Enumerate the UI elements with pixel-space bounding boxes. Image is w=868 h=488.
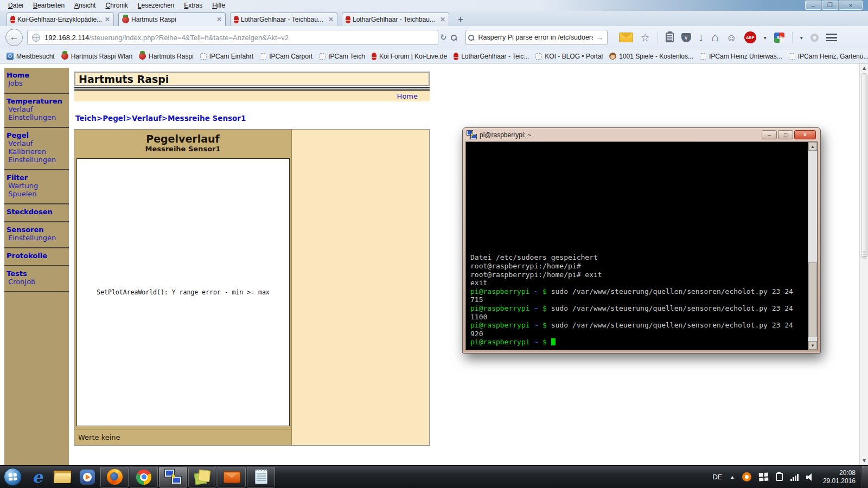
adblock-plus-icon[interactable]: ABP [744,31,756,43]
forum-smiley-icon[interactable]: ☺ [726,33,736,43]
tab-close-icon[interactable]: ✕ [440,16,445,23]
sidebar-link-filter[interactable]: Filter [7,174,67,182]
tab-close-icon[interactable]: ✕ [328,16,334,23]
show-desktop-button[interactable] [861,466,868,488]
sidebar-link-tests[interactable]: Tests [7,269,67,278]
sidebar-link-home[interactable]: Home [7,71,67,79]
bookmark-item[interactable]: Koi Forum | Koi-Live.de [368,53,450,60]
menu-bearbeiten[interactable]: Bearbeiten [28,1,69,10]
taskbar-button-sticky-notes[interactable] [188,467,216,487]
s3-caret-icon[interactable]: ▾ [800,35,803,41]
minimize-button[interactable]: – [805,1,821,10]
search-go-icon[interactable]: → [593,33,607,42]
menu-hilfe[interactable]: Hilfe [207,1,230,10]
tab-3[interactable]: LotharGehlhaar - Teichbau...✕ [230,12,337,26]
sidebar-link-cronjob[interactable]: CronJob [7,278,67,286]
bookmark-item[interactable]: IPCam Heinz, Gartenü... [786,53,868,60]
avira-tray-icon[interactable] [742,472,751,481]
tab-4[interactable]: LotharGehlhaar - Teichbau...✕ [342,12,449,26]
menu-datei[interactable]: Datei [3,1,28,10]
putty-titlebar[interactable]: pi@raspberrypi: ~ – □ × [463,128,820,142]
sidebar-link-sensoren[interactable]: Sensoren [7,226,67,234]
sidebar-link-einstellungen[interactable]: Einstellungen [7,113,67,121]
terminal-scrollbar[interactable]: ▲ ▼ [808,142,817,350]
language-indicator[interactable]: DE [712,473,722,481]
sidebar-link-wartung[interactable]: Wartung [7,182,67,190]
menu-ansicht[interactable]: Ansicht [69,1,100,10]
tab-close-icon[interactable]: ✕ [105,16,110,23]
breadcrumb-link[interactable]: Teich [75,114,97,123]
back-button[interactable]: ← [5,29,23,46]
bookmark-star-icon[interactable]: ☆ [641,33,650,43]
sidebar-link-verlauf[interactable]: Verlauf [7,105,67,113]
reload-icon[interactable]: ↻ [440,33,447,42]
scrollbar-thumb[interactable] [861,73,867,259]
bookmark-item[interactable]: Hartmuts Raspi [136,53,197,60]
disabled-addon-icon[interactable] [810,34,819,42]
terminal-scroll-down-icon[interactable]: ▼ [808,341,817,350]
mail-icon[interactable] [619,33,633,42]
tab-2[interactable]: Hartmuts Raspi✕ [118,12,226,26]
adblock-caret-icon[interactable]: ▾ [764,35,767,41]
scroll-down-icon[interactable]: ▼ [860,457,868,465]
putty-close-button[interactable]: × [794,130,816,139]
tray-chevron-icon[interactable]: ▲ [730,474,735,480]
scroll-up-icon[interactable]: ▲ [860,64,868,72]
taskbar-button-start[interactable] [1,467,24,487]
search-input[interactable]: Rasperry Pi parse error in /etc/sudoers … [465,30,608,45]
tasklist-icon[interactable] [666,33,674,42]
terminal-output[interactable]: Datei /etc/sudoers gespeichertroot@raspb… [466,142,808,350]
menu-lesezeichen[interactable]: Lesezeichen [133,1,179,10]
taskbar-button-chrome[interactable] [130,467,158,487]
bookmark-item[interactable]: Meistbesucht [3,53,58,60]
breadcrumb-link[interactable]: Pegel [103,114,126,123]
close-button[interactable]: × [839,1,863,10]
page-scrollbar[interactable]: ▲ ▼ [859,63,868,465]
putty-maximize-button[interactable]: □ [778,130,793,139]
sidebar-link-protokolle[interactable]: Protokolle [7,252,67,260]
tab-1[interactable]: Koi-Gehlhaar-Enzyklopädie...✕ [7,12,114,26]
sidebar-link-jobs[interactable]: Jobs [7,79,67,87]
terminal-scrollbar-thumb[interactable] [808,262,817,337]
taskbar-button-putty[interactable] [159,467,187,487]
network-signal-icon[interactable] [790,473,799,481]
windows-update-tray-icon[interactable] [759,473,769,481]
tab-close-icon[interactable]: ✕ [216,16,222,23]
sidebar-link-steckdosen[interactable]: Steckdosen [7,208,67,216]
taskbar-button-mail[interactable] [218,467,246,487]
menu-hamburger-icon[interactable] [826,34,837,41]
new-tab-button[interactable]: + [454,14,468,25]
site-identity-icon[interactable] [32,34,40,42]
bookmark-item[interactable]: Hartmuts Raspi Wlan [58,53,136,60]
taskbar-button-internet-explorer[interactable]: e [25,467,49,487]
breadcrumb-link[interactable]: Verlauf [132,114,162,123]
tray-clock[interactable]: 20:08 29.01.2016 [823,469,856,485]
sidebar-link-kalibrieren[interactable]: Kalibrieren [7,147,67,156]
bookmark-item[interactable]: IPCam Einfahrt [197,53,257,60]
home-icon[interactable]: ⌂ [711,31,718,43]
home-link[interactable]: Home [397,92,418,100]
taskbar-button-firefox[interactable] [100,467,129,487]
terminal-scroll-up-icon[interactable]: ▲ [808,142,817,151]
downloads-icon[interactable]: ↓ [699,33,704,43]
bookmark-item[interactable]: IPCam Carport [257,53,316,60]
bookmark-item[interactable]: LotharGehlhaar - Teic... [450,53,532,60]
sidebar-link-pegel[interactable]: Pegel [7,131,67,139]
address-bar[interactable]: 192.168.2.114/steuerung/index.php?Reihe=… [27,30,438,45]
bookmark-item[interactable]: IPCam Heinz Unterwas... [697,53,786,60]
sidebar-link-verlauf[interactable]: Verlauf [7,139,67,147]
menu-extras[interactable]: Extras [179,1,207,10]
taskbar-button-windows-explorer[interactable] [50,467,74,487]
sidebar-link-temperaturen[interactable]: Temperaturen [7,97,67,105]
sidebar-link-einstellungen[interactable]: Einstellungen [7,156,67,164]
taskbar-button-notepad[interactable] [247,467,275,487]
volume-icon[interactable] [806,473,814,481]
pocket-icon[interactable]: ∨ [681,33,691,42]
breadcrumb-link[interactable]: Messreihe Sensor1 [168,114,246,123]
putty-minimize-button[interactable]: – [762,130,777,139]
s3-translator-icon[interactable]: S3 [774,33,784,43]
menu-chronik[interactable]: Chronik [100,1,132,10]
search-icon[interactable] [451,35,457,41]
hotplug-tray-icon[interactable] [776,473,783,481]
bookmark-item[interactable]: KOI - BLOG • Portal [532,53,606,60]
